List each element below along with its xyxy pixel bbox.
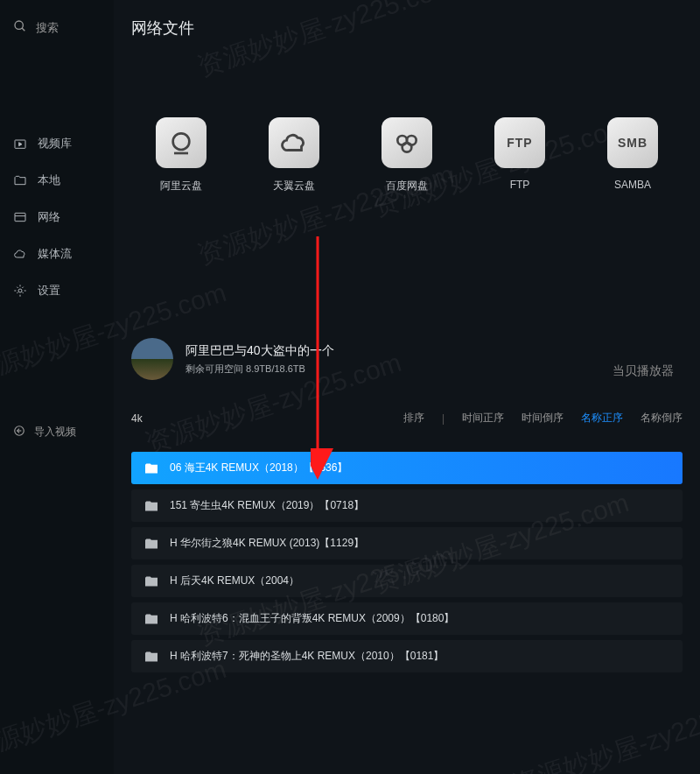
svg-rect-4	[15, 213, 25, 221]
current-folder[interactable]: 4k	[131, 412, 143, 425]
file-row[interactable]: H 后天4K REMUX（2004）	[131, 565, 682, 597]
svg-point-13	[402, 143, 412, 152]
aliyun-icon	[156, 117, 206, 168]
sidebar-item-label: 媒体流	[38, 246, 72, 262]
svg-point-6	[18, 289, 22, 292]
divider: |	[442, 412, 444, 425]
folder-icon	[144, 500, 159, 512]
avatar[interactable]	[131, 338, 173, 380]
sidebar-item-local[interactable]: 本地	[0, 162, 114, 199]
folder-icon	[144, 651, 159, 663]
file-name: 151 寄生虫4K REMUX（2019）【0718】	[170, 498, 364, 513]
svg-point-9	[173, 133, 190, 150]
brand-text: 当贝播放器	[612, 363, 674, 379]
folder-icon	[144, 462, 159, 475]
search-button[interactable]: 搜索	[0, 9, 114, 46]
cloud-card-samba[interactable]: SMB SAMBA	[583, 117, 682, 194]
cloud-card-baidu[interactable]: 百度网盘	[357, 117, 457, 194]
user-storage: 剩余可用空间 8.9TB/18.6TB	[186, 362, 334, 376]
svg-marker-3	[19, 143, 22, 146]
folder-icon	[144, 613, 159, 625]
tianyi-icon	[269, 117, 319, 168]
file-row[interactable]: 151 寄生虫4K REMUX（2019）【0718】	[131, 489, 682, 522]
sidebar-item-network[interactable]: 网络	[0, 199, 114, 236]
sidebar-item-label: 设置	[38, 283, 60, 299]
file-name: 06 海王4K REMUX（2018）【0536】	[170, 461, 347, 475]
file-name: H 华尔街之狼4K REMUX (2013)【1129】	[170, 536, 364, 551]
file-name: H 哈利波特6：混血王子的背叛4K REMUX（2009）【0180】	[170, 611, 454, 626]
import-icon	[13, 425, 25, 440]
sidebar: 搜索 视频库 本地 网络	[0, 0, 114, 774]
user-name: 阿里巴巴与40大盗中的一个	[186, 343, 334, 359]
cloud-icon	[13, 247, 27, 261]
cloud-services-grid: 阿里云盘 天翼云盘 百度网盘 FTP FTP SMB SAMBA	[131, 117, 682, 194]
sort-time-desc[interactable]: 时间倒序	[522, 411, 564, 426]
page-title: 网络文件	[131, 18, 682, 39]
file-list: 06 海王4K REMUX（2018）【0536】 151 寄生虫4K REMU…	[131, 452, 682, 672]
folder-icon	[13, 173, 27, 187]
gear-icon	[13, 284, 27, 298]
folder-icon	[144, 538, 159, 550]
search-icon	[13, 19, 27, 36]
folder-icon	[144, 575, 159, 588]
file-row[interactable]: H 华尔街之狼4K REMUX (2013)【1129】	[131, 527, 682, 559]
sidebar-item-settings[interactable]: 设置	[0, 272, 114, 309]
main-content: 网络文件 阿里云盘 天翼云盘 百度网盘 FTP	[114, 0, 700, 774]
cloud-label: SAMBA	[614, 179, 651, 191]
file-row[interactable]: 06 海王4K REMUX（2018）【0536】	[131, 452, 682, 484]
network-icon	[13, 210, 27, 224]
cloud-label: 百度网盘	[386, 179, 428, 194]
cloud-card-ftp[interactable]: FTP FTP	[470, 117, 570, 194]
baidu-icon	[382, 117, 432, 168]
cloud-card-tianyi[interactable]: 天翼云盘	[244, 117, 344, 194]
smb-icon: SMB	[607, 117, 658, 168]
search-label: 搜索	[36, 20, 59, 36]
svg-line-1	[22, 28, 24, 31]
ftp-icon: FTP	[494, 117, 545, 168]
svg-point-0	[15, 21, 23, 29]
cloud-label: 阿里云盘	[160, 179, 202, 194]
sort-time-asc[interactable]: 时间正序	[462, 411, 504, 426]
cloud-label: 天翼云盘	[273, 179, 315, 194]
import-label: 导入视频	[34, 425, 76, 440]
file-row[interactable]: H 哈利波特7：死神的圣物上4K REMUX（2010）【0181】	[131, 640, 682, 672]
user-section: 阿里巴巴与40大盗中的一个 剩余可用空间 8.9TB/18.6TB	[131, 338, 682, 380]
sort-label: 排序	[403, 411, 424, 426]
sort-name-asc[interactable]: 名称正序	[581, 411, 623, 426]
sidebar-item-label: 视频库	[38, 136, 72, 151]
sidebar-item-label: 本地	[38, 172, 60, 188]
sidebar-item-label: 网络	[38, 209, 60, 225]
sort-name-desc[interactable]: 名称倒序	[640, 411, 682, 426]
file-row[interactable]: H 哈利波特6：混血王子的背叛4K REMUX（2009）【0180】	[131, 602, 682, 635]
file-name: H 后天4K REMUX（2004）	[170, 573, 299, 588]
cloud-label: FTP	[510, 179, 530, 191]
sidebar-item-video-library[interactable]: 视频库	[0, 125, 114, 162]
file-name: H 哈利波特7：死神的圣物上4K REMUX（2010）【0181】	[170, 649, 444, 664]
import-video-button[interactable]: 导入视频	[0, 414, 114, 450]
sidebar-item-media-stream[interactable]: 媒体流	[0, 236, 114, 272]
cloud-card-aliyun[interactable]: 阿里云盘	[131, 117, 231, 194]
filter-bar: 4k 排序 | 时间正序 时间倒序 名称正序 名称倒序	[131, 411, 682, 426]
video-library-icon	[13, 137, 27, 151]
